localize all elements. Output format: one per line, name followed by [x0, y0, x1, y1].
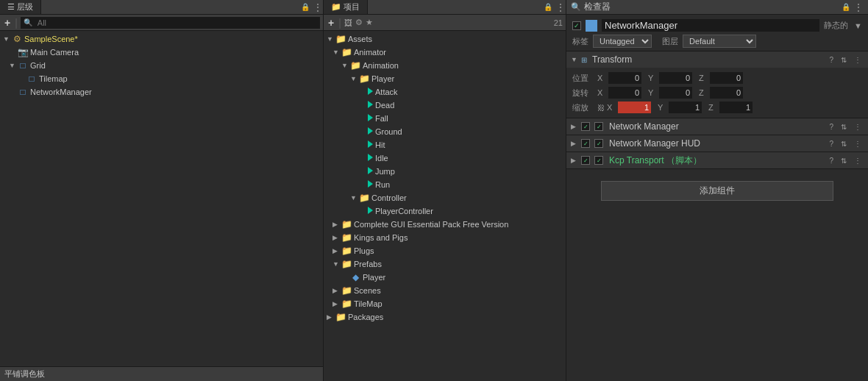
scale-link-icon[interactable]: ⛓	[597, 104, 605, 112]
prefab-player-icon: ◆	[350, 272, 360, 282]
project-item-run[interactable]: Run	[324, 178, 566, 191]
network-manager-enabled[interactable]: ✓	[581, 122, 590, 131]
pos-x-input[interactable]	[608, 72, 641, 84]
project-item-controller[interactable]: ▼ 📁 Controller	[324, 191, 566, 204]
project-item-prefab-player[interactable]: ◆ Player	[324, 271, 566, 284]
pos-z-input[interactable]	[710, 72, 743, 84]
project-icon3[interactable]: ★	[366, 18, 373, 27]
rot-x-input[interactable]	[608, 87, 641, 99]
layer-dropdown[interactable]: Default	[683, 35, 756, 48]
hierarchy-item-tilemap[interactable]: □ Tilemap	[0, 72, 323, 85]
kcp-enabled[interactable]: ✓	[581, 156, 590, 165]
ground-anim-icon	[368, 127, 375, 137]
project-panel: 📁 项目 🔒 ⋮ + | 🖼 ⚙ ★ 21 ▼ 📁 Assets	[324, 0, 566, 381]
scale-y-input[interactable]	[669, 102, 702, 113]
add-component-container: 添加组件	[566, 169, 868, 213]
attack-anim-icon	[368, 87, 375, 97]
netmgr-settings-btn[interactable]: ⇅	[839, 122, 849, 132]
grid-gameobj-icon: □	[18, 60, 28, 71]
inspector-lock-icon[interactable]: 🔒	[842, 3, 850, 11]
hierarchy-lock-icon[interactable]: 🔒	[301, 3, 310, 11]
network-manager-header[interactable]: ▶ ✓ ✓ Network Manager ? ⇅ ⋮	[566, 118, 868, 135]
scale-x-input[interactable]	[618, 102, 651, 113]
hierarchy-item-networkmanager[interactable]: □ NetworkManager	[0, 85, 323, 99]
rot-y-input[interactable]	[659, 87, 692, 99]
object-name-input[interactable]	[602, 19, 819, 32]
kingsandpigs-folder-icon: 📁	[341, 232, 352, 243]
plugs-folder-icon: 📁	[341, 246, 352, 256]
kcp-transport-header[interactable]: ▶ ✓ ✓ Kcp Transport （脚本） ? ⇅ ⋮	[566, 152, 868, 168]
netmgrhud-help-btn[interactable]: ?	[827, 139, 836, 149]
static-dropdown-arrow[interactable]: ▼	[854, 21, 862, 30]
project-item-tilemap-folder[interactable]: ▶ 📁 TileMap	[324, 297, 566, 310]
netmgr-hud-check2[interactable]: ✓	[594, 139, 603, 148]
transform-help-btn[interactable]: ?	[827, 55, 836, 65]
animation-folder-icon: 📁	[350, 60, 360, 71]
project-item-plugs[interactable]: ▶ 📁 Plugs	[324, 244, 566, 257]
project-lock-icon[interactable]: 🔒	[544, 3, 552, 11]
project-item-scenes[interactable]: ▶ 📁 Scenes	[324, 284, 566, 297]
kcp-help-btn[interactable]: ?	[827, 156, 836, 165]
fall-anim-icon	[368, 113, 375, 124]
project-tree: ▼ 📁 Assets ▼ 📁 Animator ▼ 📁 Animation ▼ …	[324, 31, 566, 381]
project-item-ground[interactable]: Ground	[324, 125, 566, 138]
project-item-packages[interactable]: ▶ 📁 Packages	[324, 310, 566, 324]
project-icon2[interactable]: ⚙	[355, 18, 363, 27]
inspector-more-icon[interactable]: ⋮	[853, 1, 864, 13]
project-item-idle[interactable]: Idle	[324, 152, 566, 165]
netmgr-hud-enabled[interactable]: ✓	[581, 139, 590, 148]
project-item-animator[interactable]: ▼ 📁 Animator	[324, 46, 566, 59]
project-item-fall[interactable]: Fall	[324, 112, 566, 125]
netmgrhud-settings-btn[interactable]: ⇅	[839, 139, 849, 149]
hierarchy-search-input[interactable]	[35, 17, 317, 29]
hierarchy-footer: 平铺调色板	[0, 366, 323, 381]
add-component-button[interactable]: 添加组件	[601, 181, 833, 201]
hierarchy-item-grid[interactable]: ▼ □ Grid	[0, 59, 323, 72]
transform-header[interactable]: ▼ ⊞ Transform ? ⇅ ⋮	[566, 51, 868, 68]
tilemap-folder-icon: 📁	[341, 299, 352, 309]
hierarchy-item-maincamera[interactable]: 📷 Main Camera	[0, 46, 323, 59]
project-item-attack[interactable]: Attack	[324, 85, 566, 99]
kcp-more-btn[interactable]: ⋮	[852, 156, 864, 165]
hierarchy-tab-header: ☰ 层级 🔒 ⋮	[0, 0, 323, 15]
scenes-folder-icon: 📁	[341, 285, 352, 296]
network-manager-component: ▶ ✓ ✓ Network Manager ? ⇅ ⋮	[566, 118, 868, 135]
scale-z-input[interactable]	[719, 102, 753, 113]
hierarchy-add-btn[interactable]: +	[3, 16, 12, 29]
tag-dropdown[interactable]: Untagged	[593, 35, 652, 48]
project-icon1[interactable]: 🖼	[344, 18, 352, 27]
hierarchy-more-icon[interactable]: ⋮	[313, 1, 323, 13]
hierarchy-item-samplescene[interactable]: ▼ ⚙ SampleScene*	[0, 32, 323, 46]
rot-z-input[interactable]	[710, 87, 743, 99]
object-enabled-checkbox[interactable]: ✓	[572, 21, 581, 30]
project-item-jump[interactable]: Jump	[324, 165, 566, 178]
hit-anim-icon	[368, 140, 375, 150]
transform-settings-btn[interactable]: ⇅	[839, 55, 849, 65]
pos-y-input[interactable]	[659, 72, 692, 84]
project-item-player-folder[interactable]: ▼ 📁 Player	[324, 72, 566, 85]
project-item-assets[interactable]: ▼ 📁 Assets	[324, 32, 566, 46]
netmgr-help-btn[interactable]: ?	[827, 122, 836, 132]
networkmanager-gameobj-icon: □	[18, 87, 28, 97]
project-item-hit[interactable]: Hit	[324, 138, 566, 152]
network-manager-check2[interactable]: ✓	[594, 122, 603, 131]
kcp-check2[interactable]: ✓	[594, 156, 603, 165]
project-item-animation[interactable]: ▼ 📁 Animation	[324, 59, 566, 72]
netmgr-more-btn[interactable]: ⋮	[852, 122, 864, 132]
project-item-dead[interactable]: Dead	[324, 99, 566, 112]
project-tab[interactable]: 📁 项目	[324, 0, 368, 14]
transform-more-btn[interactable]: ⋮	[852, 55, 864, 65]
netmgrhud-more-btn[interactable]: ⋮	[852, 139, 864, 149]
project-item-completegui[interactable]: ▶ 📁 Complete GUI Essential Pack Free Ver…	[324, 218, 566, 231]
run-anim-icon	[368, 179, 375, 190]
project-more-icon[interactable]: ⋮	[555, 1, 566, 13]
kcp-settings-btn[interactable]: ⇅	[839, 156, 849, 165]
network-manager-hud-header[interactable]: ▶ ✓ ✓ Network Manager HUD ? ⇅ ⋮	[566, 135, 868, 152]
hierarchy-tab-label: 层级	[17, 1, 33, 13]
project-item-kingsandpigs[interactable]: ▶ 📁 Kings and Pigs	[324, 231, 566, 244]
project-tab-label: 项目	[344, 1, 360, 13]
project-item-playercontroller[interactable]: PlayerController	[324, 204, 566, 218]
hierarchy-tab[interactable]: ☰ 层级	[0, 0, 41, 14]
project-item-prefabs[interactable]: ▼ 📁 Prefabs	[324, 257, 566, 271]
project-add-btn[interactable]: +	[327, 16, 335, 29]
